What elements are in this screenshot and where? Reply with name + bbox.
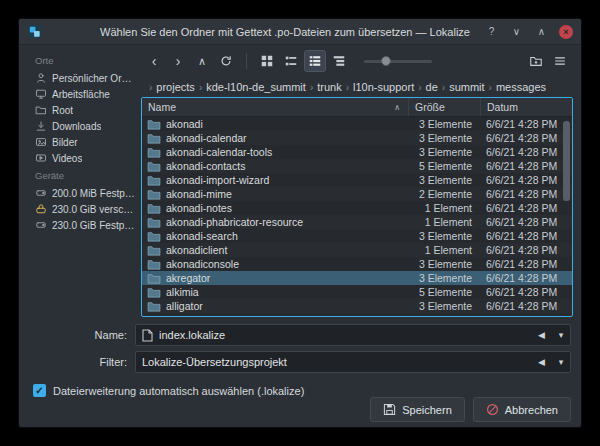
file-date: 6/6/21 4:28 PM — [480, 272, 572, 284]
sidebar-item-downloads[interactable]: Downloads — [27, 118, 135, 134]
file-size: 3 Elemente — [408, 146, 480, 158]
table-row[interactable]: amarok5 Elemente6/6/21 4:28 PM — [142, 313, 572, 316]
file-date: 6/6/21 4:28 PM — [480, 244, 572, 256]
places-panel: Orte Persönlicher Ordner Arbeitsfläche R… — [27, 45, 135, 317]
folder-icon — [147, 217, 161, 228]
file-name: akonadi-mime — [166, 188, 408, 200]
save-button[interactable]: Speichern — [370, 397, 465, 422]
breadcrumb-segment[interactable]: projects — [156, 81, 195, 93]
table-row[interactable]: akonadi-phabricator-resource1 Element6/6… — [142, 215, 572, 229]
file-name: akonadiconsole — [166, 258, 408, 270]
filter-select[interactable]: Lokalize-Übersetzungsprojekt ◀ ▾ — [135, 351, 571, 373]
breadcrumb-segment[interactable]: summit — [449, 81, 484, 93]
file-date: 6/6/21 4:28 PM — [480, 132, 572, 144]
clear-input-icon[interactable]: ◀ — [531, 330, 552, 340]
name-label: Name: — [19, 329, 135, 341]
sidebar-item-root[interactable]: Root — [27, 102, 135, 118]
table-row[interactable]: alkimia5 Elemente6/6/21 4:28 PM — [142, 285, 572, 299]
auto-extension-label: Dateierweiterung automatisch auswählen (… — [53, 385, 304, 397]
back-button[interactable]: ‹ — [143, 50, 165, 72]
chevron-right-icon: › — [310, 82, 313, 93]
file-name: akregator — [166, 272, 408, 284]
table-row[interactable]: alligator3 Elemente6/6/21 4:28 PM — [142, 299, 572, 313]
filename-input[interactable]: index.lokalize ◀ ▾ — [135, 324, 571, 346]
breadcrumb-segment[interactable]: l10n-support — [353, 81, 414, 93]
scrollbar[interactable] — [563, 119, 570, 314]
clear-input-icon[interactable]: ◀ — [531, 357, 552, 367]
sidebar-item-device-1[interactable]: 200.0 MiB Festplatte — [27, 185, 135, 201]
breadcrumb-segment[interactable]: trunk — [317, 81, 341, 93]
table-row[interactable]: akonadiconsole3 Elemente6/6/21 4:28 PM — [142, 257, 572, 271]
table-row[interactable]: akonadi3 Elemente6/6/21 4:28 PM — [142, 117, 572, 131]
up-button[interactable]: ∧ — [191, 50, 213, 72]
options-menu-button[interactable] — [549, 50, 571, 72]
file-date: 6/6/21 4:28 PM — [480, 286, 572, 298]
titlebar[interactable]: Wählen Sie den Ordner mit Gettext .po-Da… — [19, 19, 581, 45]
scrollbar-thumb[interactable] — [563, 121, 570, 201]
file-name: akonadi-phabricator-resource — [166, 216, 408, 228]
sidebar-item-label: Persönlicher Ordner — [52, 73, 135, 84]
sidebar-item-label: 230.0 GiB verschlüss… — [52, 204, 135, 215]
cancel-button[interactable]: Abbrechen — [473, 397, 571, 422]
maximize-button[interactable]: ∧ — [534, 24, 549, 39]
sidebar-item-device-encrypted[interactable]: 230.0 GiB verschlüss… — [27, 201, 135, 217]
harddisk-icon — [35, 219, 47, 231]
file-name: akonadi-notes — [166, 202, 408, 214]
table-row[interactable]: akregator3 Elemente6/6/21 4:28 PM — [142, 271, 572, 285]
chevron-right-icon: › — [442, 82, 445, 93]
file-name: akonadi-calendar-tools — [166, 146, 408, 158]
table-row[interactable]: akonadi-calendar3 Elemente6/6/21 4:28 PM — [142, 131, 572, 145]
file-date: 6/6/21 4:28 PM — [480, 188, 572, 200]
sidebar-item-device-2[interactable]: 230.0 GiB Festplatte — [27, 217, 135, 233]
column-header-date[interactable]: Datum — [480, 98, 572, 116]
file-name: alkimia — [166, 286, 408, 298]
column-header-size[interactable]: Größe — [408, 98, 480, 116]
table-row[interactable]: akonadi-search3 Elemente6/6/21 4:28 PM — [142, 229, 572, 243]
file-date: 6/6/21 4:28 PM — [480, 230, 572, 242]
document-icon — [142, 329, 153, 342]
new-folder-button[interactable] — [525, 50, 547, 72]
tree-view-button[interactable] — [328, 50, 350, 72]
folder-icon — [147, 315, 161, 317]
dialog-buttons: Speichern Abbrechen — [19, 397, 581, 428]
table-row[interactable]: akonadi-import-wizard3 Elemente6/6/21 4:… — [142, 173, 572, 187]
sidebar-item-videos[interactable]: Videos — [27, 150, 135, 166]
fields-area: Name: index.lokalize ◀ ▾ Filter: Lokaliz… — [19, 317, 581, 377]
column-header-name[interactable]: Name ∧ — [142, 98, 408, 116]
chevron-down-icon[interactable]: ▾ — [552, 352, 570, 372]
table-header: Name ∧ Größe Datum — [142, 98, 572, 117]
slider-handle[interactable] — [381, 56, 391, 66]
file-date: 6/6/21 4:28 PM — [480, 118, 572, 130]
chevron-down-icon[interactable]: ▾ — [552, 325, 570, 345]
forward-button[interactable]: › — [167, 50, 189, 72]
reload-button[interactable] — [215, 50, 237, 72]
table-row[interactable]: akonadi-contacts5 Elemente6/6/21 4:28 PM — [142, 159, 572, 173]
table-row[interactable]: akonadiclient1 Element6/6/21 4:28 PM — [142, 243, 572, 257]
devices-section-header: Geräte — [35, 170, 135, 181]
table-row[interactable]: akonadi-calendar-tools3 Elemente6/6/21 4… — [142, 145, 572, 159]
details-view-button[interactable] — [304, 50, 326, 72]
sidebar-item-home[interactable]: Persönlicher Ordner — [27, 70, 135, 86]
file-size: 5 Elemente — [408, 160, 480, 172]
folder-icon — [147, 273, 161, 284]
table-row[interactable]: akonadi-mime2 Elemente6/6/21 4:28 PM — [142, 187, 572, 201]
auto-extension-checkbox[interactable]: ✓ — [33, 384, 46, 397]
sidebar-item-desktop[interactable]: Arbeitsfläche — [27, 86, 135, 102]
breadcrumb-segment[interactable]: kde-l10n-de_summit — [206, 81, 306, 93]
file-name: akonadi — [166, 118, 408, 130]
breadcrumb-segment[interactable]: messages — [496, 81, 546, 93]
minimize-button[interactable]: ∨ — [509, 24, 524, 39]
filter-value: Lokalize-Übersetzungsprojekt — [142, 356, 531, 368]
table-row[interactable]: akonadi-notes1 Element6/6/21 4:28 PM — [142, 201, 572, 215]
close-button[interactable]: × — [559, 25, 573, 39]
folder-icon — [147, 133, 161, 144]
icons-view-button[interactable] — [256, 50, 278, 72]
sidebar-item-pictures[interactable]: Bilder — [27, 134, 135, 150]
file-size: 3 Elemente — [408, 272, 480, 284]
desktop-icon — [35, 88, 47, 100]
file-date: 6/6/21 4:28 PM — [480, 202, 572, 214]
file-name: akonadi-contacts — [166, 160, 408, 172]
breadcrumb-segment[interactable]: de — [426, 81, 438, 93]
icon-size-slider[interactable] — [364, 50, 432, 72]
compact-view-button[interactable] — [280, 50, 302, 72]
